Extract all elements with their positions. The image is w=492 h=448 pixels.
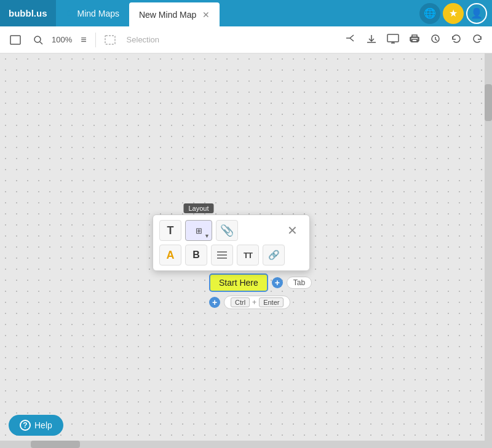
vertical-scrollbar-thumb[interactable] (485, 84, 492, 121)
redo-button[interactable] (469, 31, 486, 49)
align-button[interactable] (211, 245, 233, 265)
selection-box-button[interactable] (101, 33, 119, 47)
zoom-search-button[interactable] (30, 33, 47, 47)
logo: bubbl.us (0, 0, 56, 26)
svg-point-1 (34, 36, 41, 42)
close-tab-icon[interactable]: ✕ (202, 10, 210, 20)
print-button[interactable] (406, 31, 423, 49)
new-mind-map-tab-label: New Mind Map (139, 10, 196, 20)
svg-rect-3 (105, 36, 115, 44)
help-icon: ? (20, 420, 31, 431)
start-here-node[interactable]: Start Here (209, 273, 268, 292)
svg-rect-0 (10, 36, 20, 44)
horizontal-scrollbar-thumb[interactable] (31, 441, 80, 448)
floating-toolbar: T ⊞ ▼ Layout 📎 ✕ A B TT 🔗 (153, 214, 310, 271)
link-button[interactable]: 🔗 (263, 245, 285, 265)
layout-tooltip: Layout (183, 203, 213, 213)
help-label: Help (34, 420, 52, 430)
zoom-level: 100% (52, 35, 72, 44)
tab-mind-maps[interactable]: 🗂 Mind Maps (56, 0, 129, 26)
text-format-button[interactable]: T (159, 220, 181, 241)
node-hint-row2: + Ctrl + Enter (209, 296, 290, 309)
text-size-button[interactable]: TT (237, 245, 259, 265)
hamburger-button[interactable]: ≡ (77, 32, 90, 48)
svg-rect-4 (387, 34, 399, 42)
main-toolbar: 100% ≡ Selection (0, 26, 492, 53)
tab-hint: Tab (287, 277, 312, 289)
attach-button[interactable]: 📎 (216, 220, 238, 241)
floating-toolbar-row2: A B TT 🔗 (159, 245, 303, 265)
monitor-button[interactable] (384, 31, 402, 49)
canvas-area[interactable]: T ⊞ ▼ Layout 📎 ✕ A B TT 🔗 (0, 53, 492, 448)
close-popup-button[interactable]: ✕ (281, 220, 303, 241)
toolbar-divider (95, 33, 96, 47)
horizontal-scrollbar[interactable] (0, 441, 485, 448)
toolbar-right (342, 31, 486, 49)
vertical-scrollbar[interactable] (485, 53, 492, 448)
user-button[interactable]: 👤 (466, 3, 487, 24)
svg-line-2 (40, 42, 42, 44)
frame-button[interactable] (6, 33, 25, 47)
download-button[interactable] (363, 31, 380, 49)
mind-maps-tab-icon: 🗂 (66, 9, 74, 18)
undo-button[interactable] (448, 31, 465, 49)
share-button[interactable] (342, 31, 359, 49)
font-color-button[interactable]: A (159, 245, 181, 265)
svg-rect-6 (412, 39, 417, 42)
ctrl-enter-hint: Ctrl + Enter (224, 296, 290, 309)
tab-new-mind-map[interactable]: New Mind Map ✕ (129, 2, 220, 26)
bold-button[interactable]: B (185, 245, 207, 265)
add-sibling-icon[interactable]: + (209, 297, 220, 308)
layout-button[interactable]: ⊞ ▼ Layout (185, 220, 212, 241)
star-button[interactable]: ★ (443, 3, 464, 24)
add-child-icon[interactable]: + (272, 277, 283, 288)
selection-label: Selection (127, 35, 159, 44)
history-button[interactable] (427, 31, 444, 49)
layout-icon: ⊞ (196, 226, 202, 235)
mind-maps-tab-label: Mind Maps (77, 9, 119, 18)
floating-toolbar-row1: T ⊞ ▼ Layout 📎 ✕ (159, 220, 303, 241)
node-area: Start Here + Tab + Ctrl + Enter (209, 273, 312, 309)
node-hint-row1: Start Here + Tab (209, 273, 312, 292)
help-button[interactable]: ? Help (9, 415, 63, 436)
tab-bar: bubbl.us 🗂 Mind Maps New Mind Map ✕ 🌐 ★ … (0, 0, 492, 26)
tab-bar-right: 🌐 ★ 👤 (419, 0, 492, 26)
globe-button[interactable]: 🌐 (419, 3, 440, 24)
